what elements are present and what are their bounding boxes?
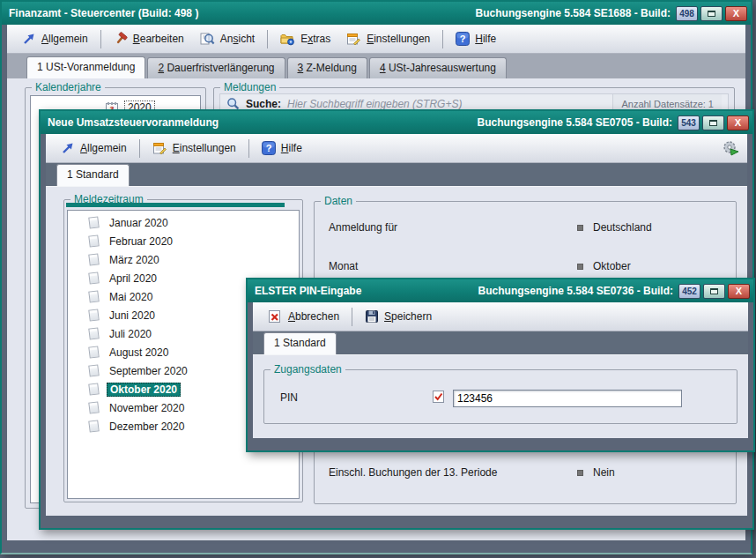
save-icon	[365, 309, 379, 324]
cancel-icon	[268, 309, 283, 324]
validated-check-icon	[432, 390, 446, 404]
menu-bearbeiten[interactable]: Bearbeiten	[106, 28, 192, 49]
document-icon	[88, 401, 100, 413]
pin-row: PIN	[280, 391, 728, 404]
close-button[interactable]: X	[728, 284, 750, 299]
help-icon: ?	[456, 32, 470, 46]
main-toolbar: Allgemein Bearbeiten Ansicht Extras Eins…	[7, 25, 745, 54]
restore-icon	[708, 11, 715, 17]
minimize-button[interactable]: 498	[676, 6, 698, 21]
toolbar-separator	[248, 139, 249, 158]
pin-label: PIN	[280, 391, 298, 404]
svg-text:?: ?	[460, 33, 466, 44]
engine-label: Buchungsengine 5.584 SE0705 - Build:	[478, 116, 672, 129]
abbrechen-button[interactable]: Abbrechen	[260, 306, 347, 327]
meldezeitraum-header-bar	[66, 203, 285, 207]
tab-dauerfristverlaengerung[interactable]: 2 Dauerfristverlängerung	[147, 57, 285, 78]
month-label: Juni 2020	[107, 309, 158, 323]
toolbar-separator	[442, 30, 443, 48]
arrow-ne-icon	[22, 32, 36, 46]
menu-allgemein[interactable]: Allgemein	[53, 138, 135, 159]
document-icon	[88, 383, 100, 395]
zugangsdaten-group: Zugangsdaten PIN	[263, 369, 737, 424]
magnifier-page-icon	[200, 32, 215, 46]
document-icon	[88, 216, 100, 228]
field-label: Einschl. Buchungen der 13. Periode	[329, 466, 497, 479]
speichern-button[interactable]: Speichern	[357, 306, 440, 327]
list-item-month[interactable]: Februar 2020	[68, 232, 299, 250]
restore-icon	[710, 288, 718, 294]
elster-titlebar[interactable]: ELSTER PIN-Eingabe Buchungsengine 5.584 …	[248, 279, 753, 302]
note-pencil-icon	[346, 32, 361, 46]
menu-hilfe[interactable]: ? Hilfe	[448, 28, 504, 49]
elster-pin-dialog: ELSTER PIN-Eingabe Buchungsengine 5.584 …	[246, 278, 755, 452]
run-gear-icon[interactable]	[721, 139, 740, 157]
month-label: Mai 2020	[107, 290, 155, 304]
window-title: Finanzamt - Steuercenter (Build: 498 )	[9, 7, 476, 19]
list-item-month[interactable]: Januar 2020	[68, 213, 299, 232]
toolbar-separator	[352, 308, 352, 326]
month-label: Februar 2020	[107, 234, 175, 249]
month-label: November 2020	[107, 401, 187, 415]
field-value: Deutschland	[593, 221, 652, 234]
menu-einstellungen[interactable]: Einstellungen	[338, 28, 438, 49]
tab-standard[interactable]: 1 Standard	[56, 164, 130, 186]
month-label: September 2020	[107, 364, 190, 378]
help-icon: ?	[262, 141, 276, 155]
tab-ust-voranmeldung[interactable]: 1 USt-Voranmeldung	[26, 56, 145, 78]
minimize-button[interactable]: 543	[678, 115, 700, 130]
bullet-icon	[577, 470, 583, 476]
daten-row: Monat Oktober	[329, 260, 729, 274]
hammer-icon	[114, 32, 128, 46]
engine-label: Buchungsengine 5.584 SE0736 - Build:	[478, 285, 673, 297]
elster-toolbar: Abbrechen Speichern	[253, 302, 748, 331]
month-label-selected: Oktober 2020	[107, 383, 181, 397]
list-item-month[interactable]: März 2020	[68, 250, 299, 269]
close-button[interactable]: X	[725, 6, 747, 21]
document-icon	[88, 327, 100, 339]
month-label: März 2020	[107, 253, 162, 267]
pin-input[interactable]	[453, 390, 682, 407]
search-placeholder: Hier Suchbegriff eingeben (STRG+S)	[287, 98, 462, 110]
menu-extras[interactable]: Extras	[272, 28, 338, 49]
restore-button[interactable]	[703, 284, 725, 299]
zugangsdaten-label: Zugangsdaten	[271, 363, 345, 376]
minimize-button[interactable]: 452	[678, 284, 700, 299]
voranmeldung-titlebar[interactable]: Neue Umsatzsteuervoranmeldung Buchungsen…	[41, 111, 752, 134]
field-label: Monat	[329, 260, 358, 272]
toolbar-separator	[139, 139, 140, 158]
menu-ansicht[interactable]: Ansicht	[192, 28, 263, 49]
document-icon	[88, 364, 100, 376]
bullet-icon	[577, 264, 583, 270]
main-tabstrip: 1 USt-Voranmeldung 2 Dauerfristverlänger…	[7, 54, 745, 78]
arrow-ne-icon	[61, 141, 75, 155]
elster-panel: Zugangsdaten PIN	[253, 354, 748, 438]
engine-label: Buchungsengine 5.584 SE1688 - Build:	[476, 7, 671, 19]
tab-ust-jahresauswertung[interactable]: 4 USt-Jahresauswertung	[369, 57, 507, 78]
close-button[interactable]: X	[727, 115, 749, 130]
restore-button[interactable]	[700, 6, 723, 21]
meldungen-label: Meldungen	[220, 81, 279, 93]
restore-button[interactable]	[702, 115, 724, 130]
restore-icon	[709, 120, 717, 126]
document-icon	[88, 290, 100, 302]
svg-text:?: ?	[265, 143, 271, 153]
search-label: Suche:	[246, 98, 281, 110]
tab-z-meldung[interactable]: 3 Z-Meldung	[287, 57, 367, 78]
document-icon	[88, 234, 100, 247]
document-icon	[88, 272, 100, 284]
search-icon	[226, 97, 240, 110]
menu-allgemein[interactable]: Allgemein	[14, 28, 96, 49]
tab-standard[interactable]: 1 Standard	[263, 332, 337, 354]
month-label: Dezember 2020	[107, 420, 187, 434]
close-icon: X	[733, 8, 739, 19]
month-label: Juli 2020	[107, 327, 154, 341]
menu-einstellungen[interactable]: Einstellungen	[145, 138, 244, 159]
dialog-title: Neue Umsatzsteuervoranmeldung	[48, 116, 478, 129]
menu-hilfe[interactable]: ? Hilfe	[254, 138, 310, 159]
month-label: Januar 2020	[107, 216, 171, 230]
toolbar-separator	[267, 30, 268, 48]
document-icon	[88, 346, 100, 358]
kalenderjahre-label: Kalenderjahre	[32, 81, 105, 93]
main-titlebar[interactable]: Finanzamt - Steuercenter (Build: 498 ) B…	[2, 2, 751, 25]
